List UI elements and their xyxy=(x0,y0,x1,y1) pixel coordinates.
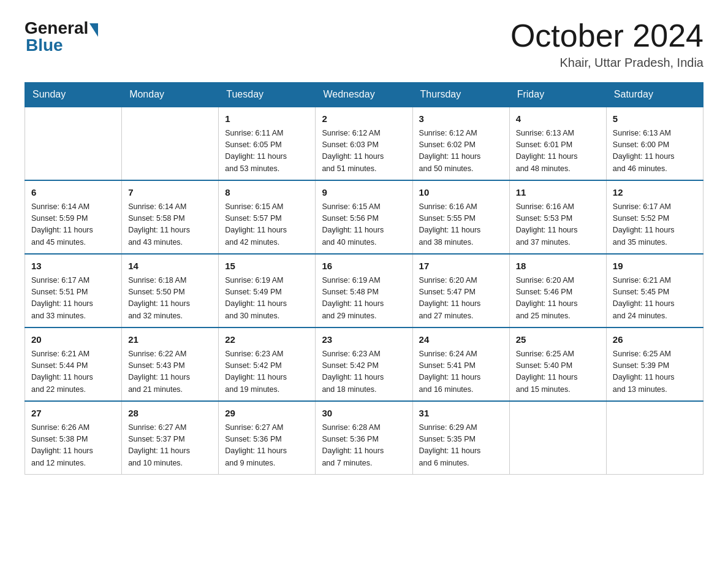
day-info: Sunrise: 6:17 AM Sunset: 5:52 PM Dayligh… xyxy=(613,201,697,249)
day-info: Sunrise: 6:20 AM Sunset: 5:47 PM Dayligh… xyxy=(419,275,503,323)
day-info: Sunrise: 6:27 AM Sunset: 5:37 PM Dayligh… xyxy=(128,422,212,470)
day-info: Sunrise: 6:13 AM Sunset: 6:01 PM Dayligh… xyxy=(516,128,600,175)
calendar-week-row: 27Sunrise: 6:26 AM Sunset: 5:38 PM Dayli… xyxy=(25,401,703,475)
day-number: 18 xyxy=(516,259,600,274)
calendar-week-row: 13Sunrise: 6:17 AM Sunset: 5:51 PM Dayli… xyxy=(25,254,703,327)
day-number: 5 xyxy=(613,112,697,126)
day-number: 13 xyxy=(31,259,115,274)
day-number: 3 xyxy=(419,112,503,126)
calendar-cell: 16Sunrise: 6:19 AM Sunset: 5:48 PM Dayli… xyxy=(316,254,412,327)
calendar-cell: 26Sunrise: 6:25 AM Sunset: 5:39 PM Dayli… xyxy=(606,327,703,401)
logo-blue-text: Blue xyxy=(26,36,63,55)
day-info: Sunrise: 6:12 AM Sunset: 6:02 PM Dayligh… xyxy=(419,128,503,175)
day-number: 17 xyxy=(419,259,503,274)
calendar-cell xyxy=(25,107,122,180)
calendar-cell xyxy=(122,107,219,180)
day-info: Sunrise: 6:28 AM Sunset: 5:36 PM Dayligh… xyxy=(322,422,406,470)
day-info: Sunrise: 6:26 AM Sunset: 5:38 PM Dayligh… xyxy=(31,422,115,470)
day-number: 10 xyxy=(419,186,503,200)
calendar-cell xyxy=(606,401,703,475)
calendar-cell: 28Sunrise: 6:27 AM Sunset: 5:37 PM Dayli… xyxy=(122,401,219,475)
day-number: 31 xyxy=(419,407,503,421)
calendar-day-header: Wednesday xyxy=(316,83,412,107)
calendar-cell: 4Sunrise: 6:13 AM Sunset: 6:01 PM Daylig… xyxy=(509,107,606,180)
day-number: 15 xyxy=(225,259,309,274)
calendar-cell: 13Sunrise: 6:17 AM Sunset: 5:51 PM Dayli… xyxy=(25,254,122,327)
calendar-header-row: SundayMondayTuesdayWednesdayThursdayFrid… xyxy=(25,83,703,107)
day-info: Sunrise: 6:27 AM Sunset: 5:36 PM Dayligh… xyxy=(225,422,309,470)
day-info: Sunrise: 6:11 AM Sunset: 6:05 PM Dayligh… xyxy=(225,128,309,175)
calendar-cell: 21Sunrise: 6:22 AM Sunset: 5:43 PM Dayli… xyxy=(122,327,219,401)
day-number: 28 xyxy=(128,407,212,421)
calendar-table: SundayMondayTuesdayWednesdayThursdayFrid… xyxy=(25,82,703,475)
title-block: October 2024 Khair, Uttar Pradesh, India xyxy=(510,18,703,70)
calendar-cell: 6Sunrise: 6:14 AM Sunset: 5:59 PM Daylig… xyxy=(25,180,122,254)
calendar-cell xyxy=(509,401,606,475)
day-info: Sunrise: 6:16 AM Sunset: 5:53 PM Dayligh… xyxy=(516,201,600,249)
day-number: 24 xyxy=(419,333,503,347)
day-info: Sunrise: 6:18 AM Sunset: 5:50 PM Dayligh… xyxy=(128,275,212,323)
month-title: October 2024 xyxy=(510,18,703,53)
calendar-cell: 30Sunrise: 6:28 AM Sunset: 5:36 PM Dayli… xyxy=(316,401,412,475)
day-number: 2 xyxy=(322,112,406,126)
calendar-cell: 27Sunrise: 6:26 AM Sunset: 5:38 PM Dayli… xyxy=(25,401,122,475)
calendar-cell: 23Sunrise: 6:23 AM Sunset: 5:42 PM Dayli… xyxy=(316,327,412,401)
day-info: Sunrise: 6:17 AM Sunset: 5:51 PM Dayligh… xyxy=(31,275,115,323)
day-number: 26 xyxy=(613,333,697,347)
day-number: 4 xyxy=(516,112,600,126)
day-number: 23 xyxy=(322,333,406,347)
day-info: Sunrise: 6:21 AM Sunset: 5:45 PM Dayligh… xyxy=(613,275,697,323)
calendar-cell: 17Sunrise: 6:20 AM Sunset: 5:47 PM Dayli… xyxy=(412,254,509,327)
calendar-week-row: 1Sunrise: 6:11 AM Sunset: 6:05 PM Daylig… xyxy=(25,107,703,180)
day-number: 29 xyxy=(225,407,309,421)
logo: General Blue xyxy=(25,18,99,55)
calendar-cell: 3Sunrise: 6:12 AM Sunset: 6:02 PM Daylig… xyxy=(412,107,509,180)
day-info: Sunrise: 6:13 AM Sunset: 6:00 PM Dayligh… xyxy=(613,128,697,175)
day-info: Sunrise: 6:24 AM Sunset: 5:41 PM Dayligh… xyxy=(419,348,503,396)
page-header: General Blue October 2024 Khair, Uttar P… xyxy=(25,18,703,70)
calendar-cell: 24Sunrise: 6:24 AM Sunset: 5:41 PM Dayli… xyxy=(412,327,509,401)
calendar-day-header: Tuesday xyxy=(219,83,316,107)
calendar-cell: 1Sunrise: 6:11 AM Sunset: 6:05 PM Daylig… xyxy=(219,107,316,180)
calendar-cell: 20Sunrise: 6:21 AM Sunset: 5:44 PM Dayli… xyxy=(25,327,122,401)
day-info: Sunrise: 6:15 AM Sunset: 5:56 PM Dayligh… xyxy=(322,201,406,249)
day-info: Sunrise: 6:25 AM Sunset: 5:40 PM Dayligh… xyxy=(516,348,600,396)
day-number: 12 xyxy=(613,186,697,200)
day-number: 14 xyxy=(128,259,212,274)
day-number: 21 xyxy=(128,333,212,347)
day-number: 7 xyxy=(128,186,212,200)
day-info: Sunrise: 6:15 AM Sunset: 5:57 PM Dayligh… xyxy=(225,201,309,249)
day-number: 6 xyxy=(31,186,115,200)
calendar-cell: 31Sunrise: 6:29 AM Sunset: 5:35 PM Dayli… xyxy=(412,401,509,475)
day-info: Sunrise: 6:14 AM Sunset: 5:58 PM Dayligh… xyxy=(128,201,212,249)
calendar-cell: 15Sunrise: 6:19 AM Sunset: 5:49 PM Dayli… xyxy=(219,254,316,327)
day-info: Sunrise: 6:23 AM Sunset: 5:42 PM Dayligh… xyxy=(322,348,406,396)
day-info: Sunrise: 6:16 AM Sunset: 5:55 PM Dayligh… xyxy=(419,201,503,249)
day-info: Sunrise: 6:22 AM Sunset: 5:43 PM Dayligh… xyxy=(128,348,212,396)
day-number: 19 xyxy=(613,259,697,274)
day-info: Sunrise: 6:29 AM Sunset: 5:35 PM Dayligh… xyxy=(419,422,503,470)
calendar-cell: 12Sunrise: 6:17 AM Sunset: 5:52 PM Dayli… xyxy=(606,180,703,254)
day-info: Sunrise: 6:19 AM Sunset: 5:48 PM Dayligh… xyxy=(322,275,406,323)
day-number: 11 xyxy=(516,186,600,200)
calendar-cell: 7Sunrise: 6:14 AM Sunset: 5:58 PM Daylig… xyxy=(122,180,219,254)
day-number: 25 xyxy=(516,333,600,347)
day-number: 16 xyxy=(322,259,406,274)
day-info: Sunrise: 6:14 AM Sunset: 5:59 PM Dayligh… xyxy=(31,201,115,249)
location-subtitle: Khair, Uttar Pradesh, India xyxy=(510,56,703,70)
calendar-day-header: Saturday xyxy=(606,83,703,107)
calendar-cell: 29Sunrise: 6:27 AM Sunset: 5:36 PM Dayli… xyxy=(219,401,316,475)
calendar-day-header: Thursday xyxy=(412,83,509,107)
day-info: Sunrise: 6:20 AM Sunset: 5:46 PM Dayligh… xyxy=(516,275,600,323)
day-number: 9 xyxy=(322,186,406,200)
calendar-cell: 25Sunrise: 6:25 AM Sunset: 5:40 PM Dayli… xyxy=(509,327,606,401)
day-number: 27 xyxy=(31,407,115,421)
calendar-cell: 14Sunrise: 6:18 AM Sunset: 5:50 PM Dayli… xyxy=(122,254,219,327)
day-info: Sunrise: 6:25 AM Sunset: 5:39 PM Dayligh… xyxy=(613,348,697,396)
day-info: Sunrise: 6:19 AM Sunset: 5:49 PM Dayligh… xyxy=(225,275,309,323)
calendar-week-row: 6Sunrise: 6:14 AM Sunset: 5:59 PM Daylig… xyxy=(25,180,703,254)
calendar-day-header: Monday xyxy=(122,83,219,107)
calendar-cell: 18Sunrise: 6:20 AM Sunset: 5:46 PM Dayli… xyxy=(509,254,606,327)
calendar-day-header: Friday xyxy=(509,83,606,107)
day-number: 20 xyxy=(31,333,115,347)
